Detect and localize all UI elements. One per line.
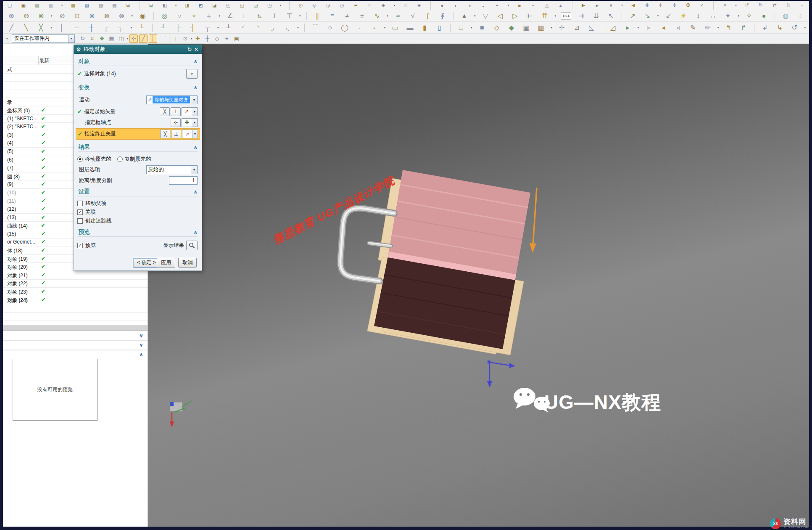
show-result-button[interactable] <box>186 241 198 250</box>
toolbar-icon[interactable]: ◓ <box>494 2 501 9</box>
chevron-down-icon[interactable]: ▾ <box>299 14 301 18</box>
toolbar-icon[interactable]: ↳ <box>775 23 785 33</box>
toolbar-icon[interactable]: ◒ <box>480 2 487 9</box>
toolbar-icon[interactable]: ▧ <box>84 2 90 9</box>
check-icon[interactable]: ✔ <box>39 140 47 146</box>
chevron-down-icon[interactable]: ▾ <box>394 4 395 7</box>
vector-type-dropdown[interactable]: ↗ ▼ <box>182 130 198 138</box>
navigator-splitter[interactable] <box>3 325 148 331</box>
chevron-up-icon[interactable]: ∧ <box>139 352 143 358</box>
toolbar-icon[interactable]: ┴ <box>224 23 234 33</box>
toolbar-icon[interactable]: ⊹ <box>557 23 567 33</box>
toolbar-icon[interactable]: ► <box>594 2 601 9</box>
chevron-up-icon[interactable]: ∧ <box>193 189 198 195</box>
toolbar-icon[interactable]: ╱ <box>6 23 16 33</box>
navigator-section-collapsed[interactable]: ∨ <box>3 341 148 350</box>
toolbar-icon[interactable]: ◧ <box>161 2 168 9</box>
toolbar-icon[interactable]: │ <box>149 34 157 43</box>
toolbar-icon[interactable]: ⌗ <box>88 34 97 43</box>
toolbar-icon[interactable]: ∟ <box>240 11 250 21</box>
chevron-down-icon[interactable]: ▾ <box>638 26 639 29</box>
toolbar-icon[interactable]: ↻ <box>757 2 764 9</box>
toolbar-icon[interactable]: ▮ <box>420 23 430 33</box>
toolbar-icon[interactable]: ◆ <box>506 23 517 33</box>
toolbar-icon[interactable]: ↑ <box>171 34 180 43</box>
toolbar-icon[interactable]: ◟ <box>282 23 293 33</box>
division-input[interactable]: 1 <box>169 176 198 185</box>
toolbar-icon[interactable]: ∿ <box>372 11 382 21</box>
check-icon[interactable]: ✔ <box>39 181 47 187</box>
chevron-down-icon[interactable]: ▼ <box>192 108 197 116</box>
chevron-down-icon[interactable]: ▼ <box>192 119 197 127</box>
toolbar-icon[interactable]: ∮ <box>438 11 448 21</box>
toolbar-icon[interactable]: └ <box>137 23 147 33</box>
toolbar-icon[interactable]: ┬ <box>203 23 213 33</box>
toolbar-icon[interactable]: ▣ <box>232 34 241 43</box>
toolbar-icon[interactable]: ⌗ <box>204 11 214 21</box>
toolbar-icon[interactable]: ◌ <box>796 11 806 21</box>
toolbar-icon[interactable]: ↺ <box>743 2 750 9</box>
check-icon[interactable]: ✔ <box>39 222 47 228</box>
toolbar-icon[interactable]: ◪ <box>211 2 218 9</box>
toolbar-icon[interactable]: √ <box>408 11 418 21</box>
toolbar-icon[interactable]: ⊕ <box>6 11 16 21</box>
toolbar-icon[interactable]: ⌖ <box>189 11 199 21</box>
toolbar-icon[interactable]: ╳ <box>36 23 46 33</box>
check-icon[interactable]: ✔ <box>39 238 47 245</box>
chevron-down-icon[interactable]: ▾ <box>61 4 63 7</box>
inferred-vector-button[interactable]: ⊥ <box>171 107 181 116</box>
toolbar-icon[interactable]: │ <box>57 23 67 33</box>
toolbar-icon[interactable]: ◨ <box>184 2 190 9</box>
chevron-down-icon[interactable]: ▾ <box>555 14 556 18</box>
toolbar-icon[interactable]: ▶ <box>580 2 587 9</box>
toolbar-icon[interactable]: ● <box>759 11 769 21</box>
toolbar-icon[interactable]: ○ <box>174 11 185 21</box>
vector-dialog-button[interactable]: ╳ <box>160 130 170 138</box>
chevron-down-icon[interactable]: ▾ <box>507 4 509 7</box>
toolbar-icon[interactable]: ◈ <box>416 2 423 9</box>
selection-scope-dropdown[interactable]: 仅在工作部件内 ▼ <box>12 34 75 43</box>
check-icon[interactable]: ✔ <box>39 280 47 286</box>
check-icon[interactable]: ✔ <box>39 164 47 171</box>
toolbar-icon[interactable]: ↖ <box>606 11 616 21</box>
chevron-down-icon[interactable]: ▾ <box>717 26 719 29</box>
chevron-down-icon[interactable]: ▾ <box>127 37 129 40</box>
chevron-up-icon[interactable]: ∧ <box>193 58 198 64</box>
check-icon[interactable]: ✔ <box>39 297 47 303</box>
toolbar-icon[interactable]: ⊗ <box>36 11 46 21</box>
tree-row[interactable]: 对象 (21)✔ <box>3 271 148 280</box>
tree-row[interactable]: 对象 (24)✔ <box>3 296 148 305</box>
toolbar-icon[interactable]: ≈ <box>393 11 403 21</box>
toolbar-icon[interactable]: ▼ <box>608 2 614 9</box>
toolbar-icon[interactable]: ⊤ <box>285 11 295 21</box>
chevron-down-icon[interactable]: ▾ <box>657 14 659 18</box>
toolbar-icon[interactable]: ┼ <box>203 34 212 43</box>
toolbar-icon[interactable]: ◇ <box>213 34 221 43</box>
toolbar-icon[interactable]: ○ <box>325 23 335 33</box>
toolbar-icon[interactable]: ╲ <box>21 23 31 33</box>
check-icon[interactable]: ✔ <box>39 198 47 204</box>
toolbar-icon[interactable]: ◩ <box>198 2 204 9</box>
toolbar-icon[interactable]: ◷ <box>339 2 345 9</box>
chevron-down-icon[interactable]: ▾ <box>804 26 806 29</box>
select-object-button[interactable]: ⌖ <box>186 69 198 79</box>
chevron-down-icon[interactable]: ▾ <box>175 4 177 7</box>
chevron-down-icon[interactable]: ▾ <box>474 14 476 18</box>
trace-curve-checkbox[interactable] <box>77 218 83 224</box>
toolbar-icon[interactable]: ⊾ <box>255 11 265 21</box>
preview-checkbox[interactable] <box>77 243 83 248</box>
toolbar-icon[interactable]: ▲ <box>459 11 469 21</box>
chevron-up-icon[interactable]: ∧ <box>193 85 198 90</box>
toolbar-icon[interactable]: ⇉ <box>576 11 586 21</box>
toolbar-icon[interactable]: ◂ <box>659 23 669 33</box>
toolbar-icon[interactable]: ✚ <box>194 34 202 43</box>
toolbar-icon[interactable]: ╱ <box>139 34 148 43</box>
toolbar-icon[interactable]: ↱ <box>738 23 749 33</box>
toolbar-icon[interactable]: ◇ <box>402 2 409 9</box>
toolbar-icon[interactable]: ├ <box>173 23 183 33</box>
chevron-down-icon[interactable]: ▼ <box>192 130 198 138</box>
chevron-down-icon[interactable]: ▼ <box>191 166 197 174</box>
toolbar-icon[interactable]: ▪ <box>530 2 536 9</box>
chevron-up-icon[interactable]: ∧ <box>193 229 198 235</box>
toolbar-icon[interactable]: ✥ <box>98 34 106 43</box>
